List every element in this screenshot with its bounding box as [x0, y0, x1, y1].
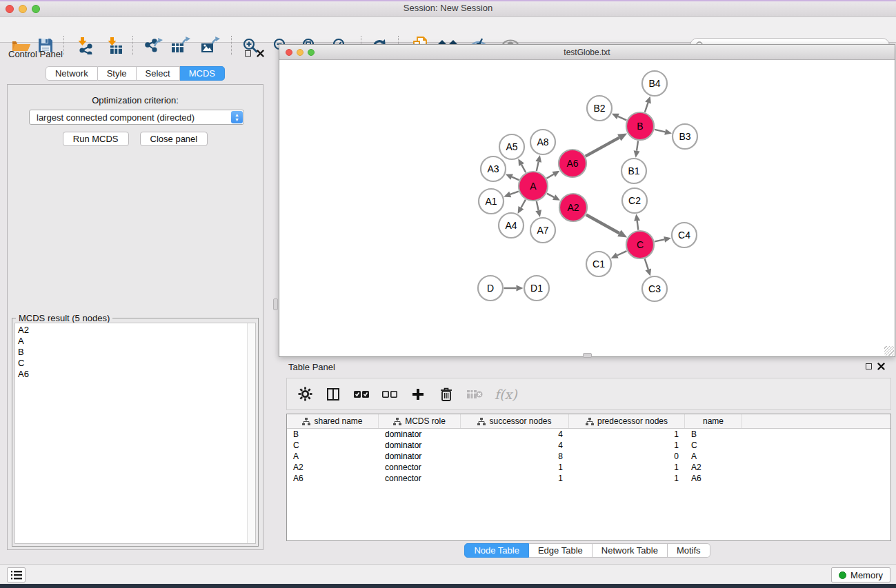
edge-A-A2[interactable]	[547, 194, 554, 198]
network-window-titlebar[interactable]: testGlobe.txt	[279, 45, 895, 60]
cell-name[interactable]: C	[685, 440, 742, 451]
import-table-button[interactable]	[103, 36, 125, 55]
tab-network[interactable]: Network	[46, 66, 98, 81]
cell-predecessor-nodes[interactable]: 1	[569, 462, 685, 473]
cell-shared-name[interactable]: B	[287, 429, 379, 440]
edge-A-A8[interactable]	[537, 162, 539, 171]
criterion-dropdown[interactable]: largest connected component (directed) ▲…	[29, 110, 244, 125]
cell-mcds-role[interactable]: connector	[379, 462, 461, 473]
cell-shared-name[interactable]: A2	[287, 462, 379, 473]
export-table-button[interactable]	[169, 36, 192, 55]
cell-shared-name[interactable]: A6	[287, 473, 379, 484]
node-label-C2: C2	[628, 195, 641, 206]
cell-shared-name[interactable]: A	[287, 451, 379, 462]
list-item[interactable]: A2	[15, 323, 255, 336]
tab-node-table[interactable]: Node Table	[464, 543, 529, 558]
column-header-predecessor-nodes[interactable]: predecessor nodes	[569, 414, 685, 428]
edge-B-B2[interactable]	[618, 116, 626, 120]
table-row[interactable]: A6 connector 1 1 A6	[287, 473, 890, 484]
edge-C-C3[interactable]	[645, 258, 648, 270]
list-item[interactable]: B	[15, 347, 255, 358]
edge-arrow-icon	[646, 269, 652, 276]
cell-successor-nodes[interactable]: 4	[461, 429, 569, 440]
split-divider-handle[interactable]	[583, 353, 592, 358]
select-all-button[interactable]	[353, 386, 370, 403]
column-header-shared-name[interactable]: shared name	[287, 414, 379, 428]
criterion-value: largest connected component (directed)	[37, 112, 195, 123]
edge-A-A7[interactable]	[537, 201, 539, 210]
cell-mcds-role[interactable]: dominator	[379, 451, 461, 462]
list-item[interactable]: C	[15, 358, 255, 369]
function-builder-button[interactable]: f(x)	[495, 387, 517, 402]
edge-A-A4[interactable]	[521, 200, 526, 208]
tab-motifs[interactable]: Motifs	[668, 543, 710, 558]
cell-predecessor-nodes[interactable]: 1	[569, 473, 685, 484]
float-panel-icon[interactable]	[245, 50, 251, 57]
cell-mcds-role[interactable]: dominator	[379, 429, 461, 440]
tab-style[interactable]: Style	[98, 66, 137, 81]
edge-C-C1[interactable]	[617, 251, 627, 255]
memory-button[interactable]: Memory	[831, 567, 890, 582]
edge-B-B3[interactable]	[655, 130, 665, 132]
scrollbar[interactable]	[247, 323, 255, 543]
column-header-mcds-role[interactable]: MCDS role	[379, 414, 461, 428]
mcds-result-list[interactable]: A2 A B C A6	[14, 323, 256, 544]
cell-successor-nodes[interactable]: 8	[461, 451, 569, 462]
edge-A-A6[interactable]	[546, 174, 553, 179]
tab-edge-table[interactable]: Edge Table	[529, 543, 593, 558]
import-network-button[interactable]	[73, 36, 95, 55]
table-row[interactable]: A dominator 8 0 A	[287, 451, 890, 462]
edge-C-C4[interactable]	[655, 239, 664, 241]
edge-A6-B[interactable]	[586, 138, 619, 156]
cell-successor-nodes[interactable]: 4	[461, 440, 569, 451]
edge-B-B1[interactable]	[637, 141, 638, 150]
cell-name[interactable]: B	[685, 429, 742, 440]
cell-predecessor-nodes[interactable]: 1	[569, 440, 685, 451]
table-row[interactable]: A2 connector 1 1 A2	[287, 462, 890, 473]
cell-shared-name[interactable]: C	[287, 440, 379, 451]
cell-mcds-role[interactable]: dominator	[379, 440, 461, 451]
edge-A-A3[interactable]	[512, 177, 519, 180]
tab-select[interactable]: Select	[137, 66, 180, 81]
table-row[interactable]: C dominator 4 1 C	[287, 440, 890, 451]
edge-B-B4[interactable]	[645, 103, 648, 112]
list-item[interactable]: A6	[15, 369, 255, 380]
edge-A2-C[interactable]	[586, 214, 619, 233]
cell-name[interactable]: A2	[685, 462, 742, 473]
show-columns-button[interactable]	[325, 386, 341, 403]
float-panel-icon[interactable]	[866, 363, 872, 369]
export-network-button[interactable]	[142, 36, 164, 55]
tab-mcds[interactable]: MCDS	[180, 66, 225, 81]
cell-successor-nodes[interactable]: 1	[461, 473, 569, 484]
cell-mcds-role[interactable]: connector	[379, 473, 461, 484]
table-settings-button[interactable]	[297, 386, 313, 403]
edge-A-A1[interactable]	[510, 192, 519, 194]
cell-name[interactable]: A6	[685, 473, 742, 484]
column-header-name[interactable]: name	[685, 414, 742, 428]
network-graph[interactable]: B4B2BB3A5A8A6A3B1AA1C2A2A4A7C4CC1C3DD1	[279, 60, 895, 356]
edge-A-A5[interactable]	[521, 165, 526, 172]
export-image-button[interactable]	[199, 36, 222, 55]
close-panel-button[interactable]: Close panel	[140, 132, 208, 146]
tab-network-table[interactable]: Network Table	[593, 543, 668, 558]
resize-grip[interactable]	[884, 346, 894, 356]
add-column-button[interactable]	[410, 386, 426, 403]
table-row[interactable]: B dominator 4 1 B	[287, 429, 890, 440]
task-history-button[interactable]	[7, 567, 26, 582]
table-toolbar: f(x)	[286, 378, 891, 410]
close-panel-icon[interactable]	[257, 50, 264, 57]
split-divider-handle[interactable]	[273, 298, 278, 310]
unselect-all-button[interactable]	[381, 386, 398, 403]
delete-table-button[interactable]	[466, 386, 483, 403]
cell-predecessor-nodes[interactable]: 1	[569, 429, 685, 440]
column-header-successor-nodes[interactable]: successor nodes	[461, 414, 569, 428]
network-canvas[interactable]: B4B2BB3A5A8A6A3B1AA1C2A2A4A7C4CC1C3DD1	[279, 60, 895, 356]
cell-predecessor-nodes[interactable]: 0	[569, 451, 685, 462]
close-panel-icon[interactable]	[877, 363, 885, 370]
cell-name[interactable]: A	[685, 451, 742, 462]
edge-C-C2[interactable]	[637, 221, 639, 230]
cell-successor-nodes[interactable]: 1	[461, 462, 569, 473]
delete-column-button[interactable]	[438, 386, 455, 403]
list-item[interactable]: A	[15, 336, 255, 347]
run-mcds-button[interactable]: Run MCDS	[63, 132, 129, 146]
